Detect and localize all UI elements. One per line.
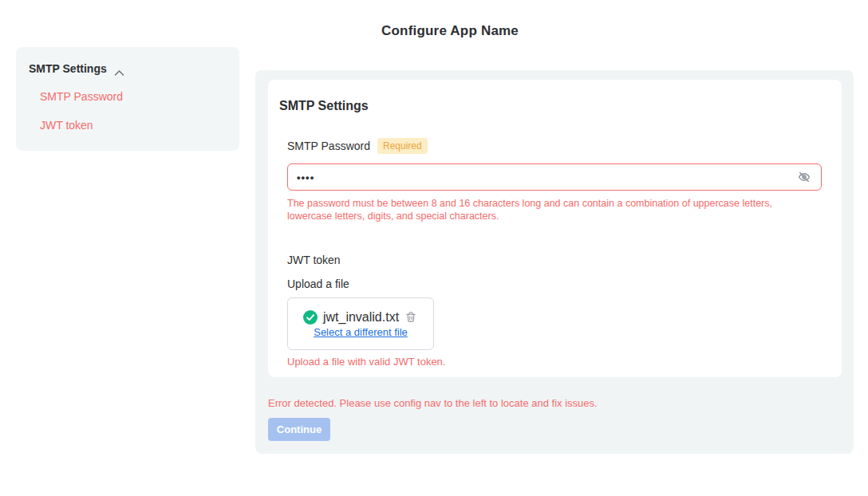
- jwt-validation-message: Upload a file with valid JWT token.: [287, 356, 823, 368]
- smtp-password-label-row: SMTP Password Required: [287, 138, 823, 154]
- continue-button[interactable]: Continue: [268, 418, 330, 441]
- smtp-password-field[interactable]: [287, 163, 822, 191]
- check-circle-icon: [303, 310, 318, 325]
- sidebar-section-smtp-settings[interactable]: SMTP Settings: [29, 62, 227, 75]
- upload-file-label: Upload a file: [287, 278, 823, 290]
- smtp-password-label: SMTP Password: [287, 140, 370, 152]
- sidebar-item-smtp-password[interactable]: SMTP Password: [40, 90, 123, 103]
- config-panel: SMTP Settings SMTP Password Required The…: [255, 70, 854, 454]
- trash-icon[interactable]: [404, 310, 418, 325]
- card-title: SMTP Settings: [279, 99, 823, 113]
- sidebar-item-jwt-token[interactable]: JWT token: [40, 119, 93, 132]
- select-different-file-link[interactable]: Select a different file: [314, 326, 408, 338]
- jwt-token-label: JWT token: [287, 254, 823, 266]
- chevron-up-icon: [114, 65, 124, 73]
- eye-off-icon[interactable]: [796, 169, 812, 185]
- panel-error-message: Error detected. Please use config nav to…: [268, 397, 842, 409]
- sidebar-section-label: SMTP Settings: [29, 62, 107, 75]
- smtp-settings-card: SMTP Settings SMTP Password Required The…: [268, 80, 842, 377]
- uploaded-file-box: jwt_invalid.txt Select a different file: [287, 297, 434, 350]
- password-validation-message: The password must be between 8 and 16 ch…: [287, 197, 815, 222]
- uploaded-file-name: jwt_invalid.txt: [323, 310, 399, 325]
- required-badge: Required: [377, 138, 428, 154]
- smtp-password-input[interactable]: [297, 171, 796, 183]
- page-title: Configure App Name: [32, 23, 868, 39]
- config-nav-sidebar: SMTP Settings SMTP Password JWT token: [16, 47, 239, 151]
- uploaded-file-row: jwt_invalid.txt: [303, 310, 418, 325]
- sidebar-items: SMTP Password JWT token: [29, 90, 227, 132]
